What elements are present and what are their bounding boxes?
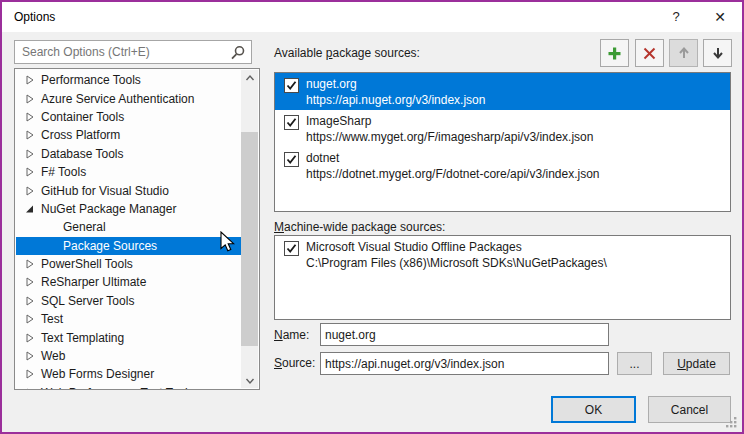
machine-wide-sources-list: Microsoft Visual Studio Offline Packages… (274, 235, 731, 320)
tree-item-nuget-package-manager[interactable]: NuGet Package Manager (16, 200, 241, 218)
expander-collapsed-icon[interactable] (24, 368, 36, 380)
tree-item-label: Container Tools (41, 110, 124, 124)
move-up-button[interactable] (669, 39, 698, 67)
expander-expanded-icon[interactable] (24, 203, 36, 215)
expander-collapsed-icon[interactable] (24, 332, 36, 344)
add-icon (607, 46, 622, 61)
tree-item-web[interactable]: Web (16, 347, 241, 365)
search-icon (230, 45, 246, 61)
package-source-row-dotnet[interactable]: dotnethttps://dotnet.myget.org/F/dotnet-… (275, 147, 730, 184)
tree-scrollbar[interactable] (241, 70, 258, 388)
tree-item-label: SQL Server Tools (41, 294, 134, 308)
tree-item-package-sources[interactable]: Package Sources (16, 237, 241, 255)
name-label: Name: (274, 328, 309, 342)
expander-collapsed-icon[interactable] (24, 350, 36, 362)
title-bar[interactable]: Options ? ✕ (2, 2, 742, 32)
source-enabled-checkbox[interactable] (284, 241, 299, 256)
tree-item-label: General (63, 220, 106, 234)
search-input[interactable] (20, 42, 225, 62)
tree-item-label: Azure Service Authentication (41, 92, 194, 106)
tree-item-performance-tools[interactable]: Performance Tools (16, 71, 241, 89)
source-url: https://www.myget.org/F/imagesharp/api/v… (306, 129, 726, 145)
scroll-up-icon[interactable] (241, 70, 258, 85)
tree-item-label: Cross Platform (41, 128, 120, 142)
remove-icon (642, 46, 657, 61)
tree-item-label: PowerShell Tools (41, 257, 133, 271)
source-name: dotnet (306, 150, 726, 166)
tree-item-web-forms-designer[interactable]: Web Forms Designer (16, 365, 241, 383)
expander-collapsed-icon[interactable] (24, 129, 36, 141)
add-source-button[interactable] (600, 39, 629, 67)
tree-item-label: GitHub for Visual Studio (41, 184, 169, 198)
tree-item-label: Package Sources (63, 239, 157, 253)
expander-collapsed-icon[interactable] (24, 313, 36, 325)
source-input[interactable] (320, 352, 609, 375)
source-url: https://api.nuget.org/v3/index.json (306, 92, 726, 108)
expander-collapsed-icon[interactable] (24, 111, 36, 123)
window-title: Options (14, 10, 55, 24)
arrow-up-icon (677, 46, 691, 60)
tree-item-container-tools[interactable]: Container Tools (16, 108, 241, 126)
available-sources-list: nuget.orghttps://api.nuget.org/v3/index.… (274, 72, 731, 212)
update-button[interactable]: Update (663, 352, 730, 375)
browse-button[interactable]: ... (617, 352, 652, 375)
machine-wide-label: Machine-wide package sources: (274, 220, 445, 234)
tree-item-label: Performance Tools (41, 73, 141, 87)
options-tree: Performance ToolsAzure Service Authentic… (14, 68, 260, 390)
close-button[interactable]: ✕ (702, 2, 738, 32)
arrow-down-icon (711, 46, 725, 60)
tree-item-powershell-tools[interactable]: PowerShell Tools (16, 255, 241, 273)
tree-item-general[interactable]: General (16, 218, 241, 236)
source-name: nuget.org (306, 76, 726, 92)
tree-item-web-performance-test-tools[interactable]: Web Performance Test Tools (16, 384, 241, 389)
source-name: Microsoft Visual Studio Offline Packages (306, 239, 726, 255)
tree-item-label: Database Tools (41, 147, 124, 161)
expander-collapsed-icon[interactable] (24, 295, 36, 307)
source-enabled-checkbox[interactable] (284, 78, 299, 93)
tree-item-azure-service-authentication[interactable]: Azure Service Authentication (16, 89, 241, 107)
scroll-down-icon[interactable] (241, 373, 258, 388)
source-name: ImageSharp (306, 113, 726, 129)
help-button[interactable]: ? (658, 2, 694, 32)
source-url: https://dotnet.myget.org/F/dotnet-core/a… (306, 166, 726, 182)
expander-collapsed-icon[interactable] (24, 93, 36, 105)
tree-item-label: Web Forms Designer (41, 367, 154, 381)
tree-item-cross-platform[interactable]: Cross Platform (16, 126, 241, 144)
expander-collapsed-icon[interactable] (24, 148, 36, 160)
tree-item-f-tools[interactable]: F# Tools (16, 163, 241, 181)
source-url: C:\Program Files (x86)\Microsoft SDKs\Nu… (306, 255, 726, 271)
source-enabled-checkbox[interactable] (284, 152, 299, 167)
tree-item-resharper-ultimate[interactable]: ReSharper Ultimate (16, 273, 241, 291)
tree-item-database-tools[interactable]: Database Tools (16, 145, 241, 163)
search-box (14, 40, 252, 64)
tree-item-label: NuGet Package Manager (41, 202, 176, 216)
package-source-row-imagesharp[interactable]: ImageSharphttps://www.myget.org/F/images… (275, 110, 730, 147)
source-enabled-checkbox[interactable] (284, 115, 299, 130)
tree-item-label: ReSharper Ultimate (41, 275, 146, 289)
expander-collapsed-icon[interactable] (24, 276, 36, 288)
source-label: Source: (274, 356, 315, 370)
tree-item-test[interactable]: Test (16, 310, 241, 328)
tree-item-sql-server-tools[interactable]: SQL Server Tools (16, 292, 241, 310)
expander-collapsed-icon[interactable] (24, 166, 36, 178)
available-sources-label: Available package sources: (274, 46, 420, 60)
expander-collapsed-icon[interactable] (24, 387, 36, 389)
tree-item-label: Web (41, 349, 65, 363)
tree-item-label: Test (41, 312, 63, 326)
expander-collapsed-icon[interactable] (24, 74, 36, 86)
scrollbar-thumb[interactable] (241, 132, 258, 346)
options-dialog: Options ? ✕ Performance ToolsAzure Servi… (0, 0, 744, 434)
name-input[interactable] (320, 323, 609, 346)
resize-grip[interactable] (726, 417, 737, 428)
package-source-row-microsoft-visual-studio-offline-packages[interactable]: Microsoft Visual Studio Offline Packages… (275, 236, 730, 273)
move-down-button[interactable] (703, 39, 732, 67)
remove-source-button[interactable] (635, 39, 664, 67)
package-source-row-nuget-org[interactable]: nuget.orghttps://api.nuget.org/v3/index.… (275, 73, 730, 110)
tree-item-github-for-visual-studio[interactable]: GitHub for Visual Studio (16, 181, 241, 199)
tree-item-text-templating[interactable]: Text Templating (16, 328, 241, 346)
cancel-button[interactable]: Cancel (648, 396, 731, 423)
expander-collapsed-icon[interactable] (24, 258, 36, 270)
ok-button[interactable]: OK (551, 396, 636, 423)
expander-collapsed-icon[interactable] (24, 185, 36, 197)
tree-item-label: Text Templating (41, 331, 124, 345)
